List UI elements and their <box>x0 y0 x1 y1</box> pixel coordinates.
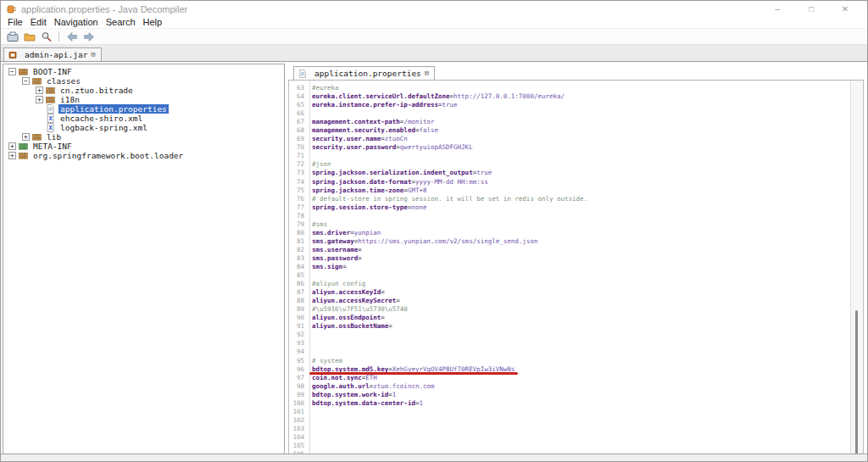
collapse-toggle-icon[interactable]: − <box>22 77 30 85</box>
tree-item-classes[interactable]: −classes <box>3 76 284 86</box>
code-line: 95# system <box>289 357 850 365</box>
line-number: 85 <box>289 271 304 280</box>
menu-search[interactable]: Search <box>106 17 136 27</box>
line-number: 88 <box>289 297 304 305</box>
line-number: 82 <box>289 246 304 254</box>
code-line: 71 <box>289 152 850 160</box>
code-line: 63#eureka <box>289 84 850 92</box>
property-value-token: qwertyuiopASDFGHJKL <box>400 143 473 151</box>
code-line: 103 <box>289 425 850 433</box>
code-line: 74spring.jackson.date-format=yyyy-MM-dd … <box>289 178 850 186</box>
back-icon[interactable] <box>64 30 79 43</box>
window-title: application.properties - Java Decompiler <box>21 4 187 14</box>
code-line: 76# default-store in spring session. it … <box>289 195 850 203</box>
toolbar-separator <box>58 31 59 42</box>
collapse-toggle-icon[interactable]: − <box>8 68 16 75</box>
code-line: 75spring.jackson.time-zone=GMT+8 <box>289 186 850 195</box>
code-line: 83sms.password= <box>289 254 850 263</box>
tab-close-icon[interactable]: ⊠ <box>425 70 429 77</box>
menu-help[interactable]: Help <box>143 17 163 27</box>
tree-item-ehcache-shiro-xml[interactable]: Xehcache-shiro.xml <box>3 114 284 123</box>
line-number: 92 <box>289 331 304 339</box>
property-key-token: sms.username <box>312 246 358 253</box>
code-line: 102 <box>289 416 850 425</box>
line-number: 81 <box>289 237 304 246</box>
minimize-button[interactable]: – <box>760 4 794 14</box>
tree-item-boot-inf[interactable]: −BOOT-INF <box>3 67 284 76</box>
jar-tab[interactable]: admin-api.jar ⊠ <box>3 47 102 61</box>
line-text: management.context-path=/monitor <box>312 118 435 126</box>
tree-item-i18n[interactable]: +i18n <box>3 95 284 104</box>
package-green-icon <box>19 142 29 151</box>
expand-toggle-icon[interactable]: + <box>36 96 43 103</box>
tree-item-label: i18n <box>58 95 81 104</box>
close-button[interactable]: ✕ <box>828 4 862 14</box>
line-number: 96 <box>289 365 304 374</box>
expand-toggle-icon[interactable]: + <box>22 133 30 141</box>
property-key-token: bdtop.system.data-center-id <box>312 399 415 407</box>
property-key-token: bdtop.system.md5.key <box>312 365 388 373</box>
tree-item-label: cn.ztuo.bitrade <box>58 86 135 95</box>
line-number: 93 <box>289 339 304 348</box>
line-number: 103 <box>289 425 304 433</box>
package-icon <box>32 132 42 142</box>
line-number: 95 <box>289 357 304 365</box>
tab-close-icon[interactable]: ⊠ <box>91 51 95 58</box>
line-number: 74 <box>289 178 304 186</box>
operator-token: = <box>396 297 400 304</box>
maximize-button[interactable]: □ <box>794 4 828 14</box>
line-number: 72 <box>289 160 304 169</box>
vertical-scrollbar[interactable] <box>850 81 863 458</box>
expand-toggle-icon[interactable]: + <box>8 142 16 150</box>
menu-edit[interactable]: Edit <box>31 17 47 27</box>
code-line: 80sms.driver=yunpian <box>289 229 850 237</box>
tree-item-org-springframework-boot-loader[interactable]: +org.springframework.boot.loader <box>3 151 284 160</box>
code-line: 88aliyun.accessKeySecret= <box>289 297 850 305</box>
line-number: 90 <box>289 314 304 322</box>
line-text: security.user.name=ztuoCn <box>312 135 408 143</box>
jar-file-icon <box>8 50 19 59</box>
expand-toggle-icon[interactable]: + <box>8 152 16 159</box>
operator-token: = <box>358 254 362 262</box>
open-folder-icon[interactable] <box>22 30 36 43</box>
editor-tab[interactable]: application.properties ⊠ <box>293 66 435 80</box>
line-number: 70 <box>289 143 304 152</box>
property-key-token: sms.driver <box>312 229 350 237</box>
tree-item-meta-inf[interactable]: +META-INF <box>3 142 284 151</box>
code-line: 69security.user.name=ztuoCn <box>289 135 850 143</box>
code-line: 104 <box>289 433 850 442</box>
tree-item-logback-spring-xml[interactable]: Xlogback-spring.xml <box>3 123 284 132</box>
package-icon <box>19 67 29 76</box>
tree-item-label: BOOT-INF <box>31 67 74 76</box>
property-key-token: spring.jackson.time-zone <box>312 186 403 194</box>
line-number: 68 <box>289 126 304 135</box>
scrollbar-thumb[interactable] <box>855 310 858 455</box>
property-key-token: aliyun.accessKeyId <box>312 288 381 296</box>
menu-navigation[interactable]: Navigation <box>54 17 98 27</box>
property-value-token: ETH <box>365 374 377 381</box>
menu-file[interactable]: File <box>8 17 23 27</box>
tree-item-label: logback-spring.xml <box>58 123 149 132</box>
open-archive-icon[interactable] <box>5 30 19 43</box>
line-number: 98 <box>289 382 304 391</box>
code-line: 73spring.jackson.serialization.indent_ou… <box>289 169 850 177</box>
forward-icon[interactable] <box>81 30 96 43</box>
tree-item-cn-ztuo-bitrade[interactable]: +cn.ztuo.bitrade <box>3 86 284 95</box>
tree-item-application-properties[interactable]: application.properties <box>3 104 284 114</box>
operator-token: = <box>381 288 385 296</box>
line-number: 65 <box>289 101 304 109</box>
tree-item-lib[interactable]: +lib <box>3 132 284 142</box>
code-line: 87aliyun.accessKeyId= <box>289 288 850 297</box>
property-key-token: eureka.instance.prefer-ip-address <box>312 101 438 109</box>
comment-token: #eureka <box>312 84 339 92</box>
property-value-token: none <box>411 203 426 211</box>
line-text: management.security.enabled=false <box>312 126 438 135</box>
properties-file-icon <box>46 104 56 114</box>
property-key-token: google.auth.url <box>312 382 370 390</box>
code-line: 90aliyun.ossEndpoint= <box>289 314 850 322</box>
search-icon[interactable] <box>39 30 53 43</box>
line-number: 66 <box>289 109 304 118</box>
expand-toggle-icon[interactable]: + <box>36 86 43 94</box>
app-icon <box>6 4 16 14</box>
code-line: 91aliyun.ossBucketName= <box>289 322 850 331</box>
